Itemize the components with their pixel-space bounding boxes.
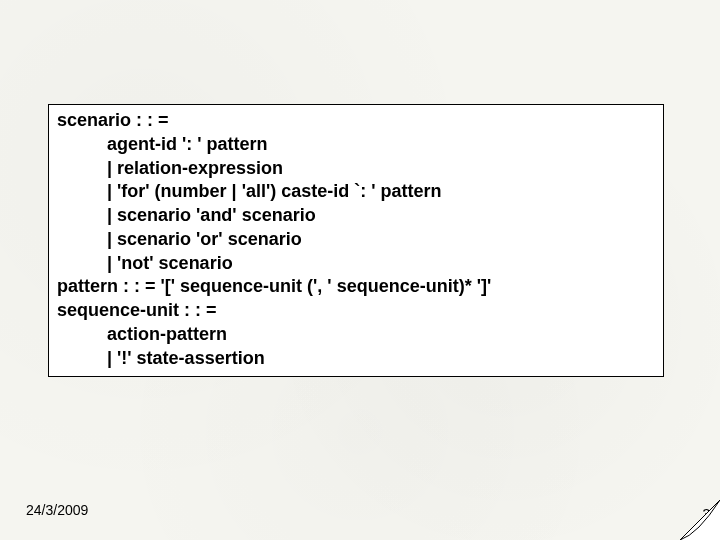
- grammar-line: | scenario 'or' scenario: [57, 228, 655, 252]
- grammar-line: action-pattern: [57, 323, 655, 347]
- grammar-line: sequence-unit : : =: [57, 299, 655, 323]
- grammar-line: | 'not' scenario: [57, 252, 655, 276]
- page-curl-icon: [680, 500, 720, 540]
- grammar-line: agent-id ': ' pattern: [57, 133, 655, 157]
- footer-date: 24/3/2009: [26, 502, 88, 518]
- grammar-line: | scenario 'and' scenario: [57, 204, 655, 228]
- grammar-line: pattern : : = '[' sequence-unit (', ' se…: [57, 275, 655, 299]
- grammar-line: scenario : : =: [57, 109, 655, 133]
- grammar-line: | relation-expression: [57, 157, 655, 181]
- grammar-definition-box: scenario : : = agent-id ': ' pattern | r…: [48, 104, 664, 377]
- grammar-line: | 'for' (number | 'all') caste-id `: ' p…: [57, 180, 655, 204]
- grammar-line: | '!' state-assertion: [57, 347, 655, 371]
